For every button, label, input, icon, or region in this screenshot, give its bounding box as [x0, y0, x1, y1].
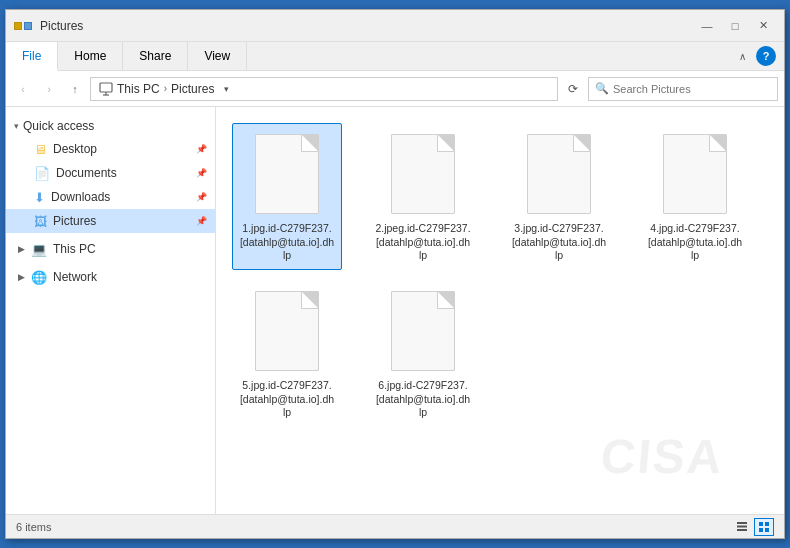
- title-bar-left: Pictures: [14, 18, 83, 34]
- file-name: 5.jpg.id-C279F237.[datahlp@tuta.io].dhlp: [239, 379, 335, 420]
- pin-icon-documents: 📌: [196, 168, 207, 178]
- status-bar: 6 items: [6, 514, 784, 538]
- file-icon-container: [251, 130, 323, 218]
- sidebar-item-downloads[interactable]: ⬇ Downloads 📌: [6, 185, 215, 209]
- this-pc-expand-icon: ▶: [18, 244, 25, 254]
- tab-share[interactable]: Share: [123, 42, 188, 70]
- pictures-icon: 🖼: [34, 214, 47, 229]
- this-pc-icon: 💻: [31, 242, 47, 257]
- this-pc-section: ▶ 💻 This PC: [6, 237, 215, 261]
- icon-sq1: [14, 22, 22, 30]
- tab-view[interactable]: View: [188, 42, 247, 70]
- large-icons-view-button[interactable]: [754, 518, 774, 536]
- title-bar: Pictures — □ ✕: [6, 10, 784, 42]
- network-section: ▶ 🌐 Network: [6, 265, 215, 289]
- close-button[interactable]: ✕: [750, 16, 776, 36]
- generic-file-icon: [255, 134, 319, 214]
- file-item[interactable]: 6.jpg.id-C279F237.[datahlp@tuta.io].dhlp: [368, 280, 478, 427]
- help-button[interactable]: ?: [756, 46, 776, 66]
- details-view-icon: [736, 521, 748, 533]
- svg-rect-6: [759, 522, 763, 526]
- file-icon-container: [387, 130, 459, 218]
- path-icon: [99, 82, 113, 96]
- sidebar-item-documents[interactable]: 📄 Documents 📌: [6, 161, 215, 185]
- generic-file-icon: [527, 134, 591, 214]
- generic-file-icon: [255, 291, 319, 371]
- sidebar: ▾ Quick access 🖥 Desktop 📌 📄 Documents 📌…: [6, 107, 216, 514]
- search-input[interactable]: [613, 83, 771, 95]
- path-pictures[interactable]: Pictures: [171, 82, 214, 96]
- svg-rect-7: [765, 522, 769, 526]
- search-box[interactable]: 🔍: [588, 77, 778, 101]
- refresh-icon: ⟳: [568, 82, 578, 96]
- up-button[interactable]: ↑: [64, 78, 86, 100]
- path-dropdown-icon[interactable]: ▾: [218, 77, 234, 101]
- sidebar-item-desktop[interactable]: 🖥 Desktop 📌: [6, 137, 215, 161]
- file-name: 2.jpeg.id-C279F237.[datahlp@tuta.io].dhl…: [375, 222, 471, 263]
- quick-access-expand-icon: ▾: [14, 121, 19, 131]
- up-icon: ↑: [72, 83, 78, 95]
- file-name: 6.jpg.id-C279F237.[datahlp@tuta.io].dhlp: [375, 379, 471, 420]
- back-button[interactable]: ‹: [12, 78, 34, 100]
- file-area: CISA 1.jpg.id-C279F237.[datahlp@tuta.io]…: [216, 107, 784, 514]
- files-grid: 1.jpg.id-C279F237.[datahlp@tuta.io].dhlp…: [226, 117, 774, 433]
- forward-button[interactable]: ›: [38, 78, 60, 100]
- ribbon-extras: ∧ ?: [735, 42, 784, 70]
- path-this-pc[interactable]: This PC: [117, 82, 160, 96]
- tab-file[interactable]: File: [6, 42, 58, 71]
- sidebar-item-pictures[interactable]: 🖼 Pictures 📌: [6, 209, 215, 233]
- sidebar-item-network[interactable]: ▶ 🌐 Network: [6, 265, 215, 289]
- svg-rect-3: [737, 522, 747, 524]
- network-expand-icon: ▶: [18, 272, 25, 282]
- address-path[interactable]: This PC › Pictures ▾: [90, 77, 558, 101]
- file-item[interactable]: 4.jpg.id-C279F237.[datahlp@tuta.io].dhlp: [640, 123, 750, 270]
- window-title: Pictures: [40, 19, 83, 33]
- pin-icon-pictures: 📌: [196, 216, 207, 226]
- file-icon-container: [251, 287, 323, 375]
- file-icon-container: [523, 130, 595, 218]
- monitor-icon: [99, 82, 113, 96]
- window-controls: — □ ✕: [694, 16, 776, 36]
- sidebar-network-label: Network: [53, 270, 207, 284]
- svg-rect-8: [759, 528, 763, 532]
- file-icon-container: [387, 287, 459, 375]
- quick-access-header[interactable]: ▾ Quick access: [6, 115, 215, 137]
- ribbon-collapse-button[interactable]: ∧: [735, 49, 750, 64]
- refresh-button[interactable]: ⟳: [562, 78, 584, 100]
- path-separator-1: ›: [164, 83, 167, 94]
- downloads-icon: ⬇: [34, 190, 45, 205]
- pin-icon-desktop: 📌: [196, 144, 207, 154]
- svg-rect-4: [737, 525, 747, 527]
- sidebar-this-pc-label: This PC: [53, 242, 207, 256]
- sidebar-item-this-pc[interactable]: ▶ 💻 This PC: [6, 237, 215, 261]
- file-icon-container: [659, 130, 731, 218]
- quick-access-label: Quick access: [23, 119, 94, 133]
- status-item-count: 6 items: [16, 521, 51, 533]
- network-icon: 🌐: [31, 270, 47, 285]
- tab-home[interactable]: Home: [58, 42, 123, 70]
- quick-access-section: ▾ Quick access 🖥 Desktop 📌 📄 Documents 📌…: [6, 115, 215, 233]
- maximize-button[interactable]: □: [722, 16, 748, 36]
- sidebar-pictures-label: Pictures: [53, 214, 188, 228]
- documents-icon: 📄: [34, 166, 50, 181]
- file-item[interactable]: 3.jpg.id-C279F237.[datahlp@tuta.io].dhlp: [504, 123, 614, 270]
- details-view-button[interactable]: [732, 518, 752, 536]
- svg-rect-5: [737, 529, 747, 531]
- file-item[interactable]: 2.jpeg.id-C279F237.[datahlp@tuta.io].dhl…: [368, 123, 478, 270]
- svg-rect-0: [100, 83, 112, 92]
- file-item[interactable]: 1.jpg.id-C279F237.[datahlp@tuta.io].dhlp: [232, 123, 342, 270]
- sidebar-documents-label: Documents: [56, 166, 188, 180]
- file-name: 4.jpg.id-C279F237.[datahlp@tuta.io].dhlp: [647, 222, 743, 263]
- ribbon-tabs: File Home Share View ∧ ?: [6, 42, 784, 70]
- window-icon: [14, 18, 34, 34]
- watermark: CISA: [599, 429, 726, 484]
- file-name: 1.jpg.id-C279F237.[datahlp@tuta.io].dhlp: [239, 222, 335, 263]
- icon-sq2: [24, 22, 32, 30]
- sidebar-downloads-label: Downloads: [51, 190, 188, 204]
- generic-file-icon: [663, 134, 727, 214]
- address-bar: ‹ › ↑ This PC › Pictures ▾ ⟳ 🔍: [6, 71, 784, 107]
- minimize-button[interactable]: —: [694, 16, 720, 36]
- file-item[interactable]: 5.jpg.id-C279F237.[datahlp@tuta.io].dhlp: [232, 280, 342, 427]
- file-name: 3.jpg.id-C279F237.[datahlp@tuta.io].dhlp: [511, 222, 607, 263]
- explorer-window: Pictures — □ ✕ File Home Share View ∧ ?: [5, 9, 785, 539]
